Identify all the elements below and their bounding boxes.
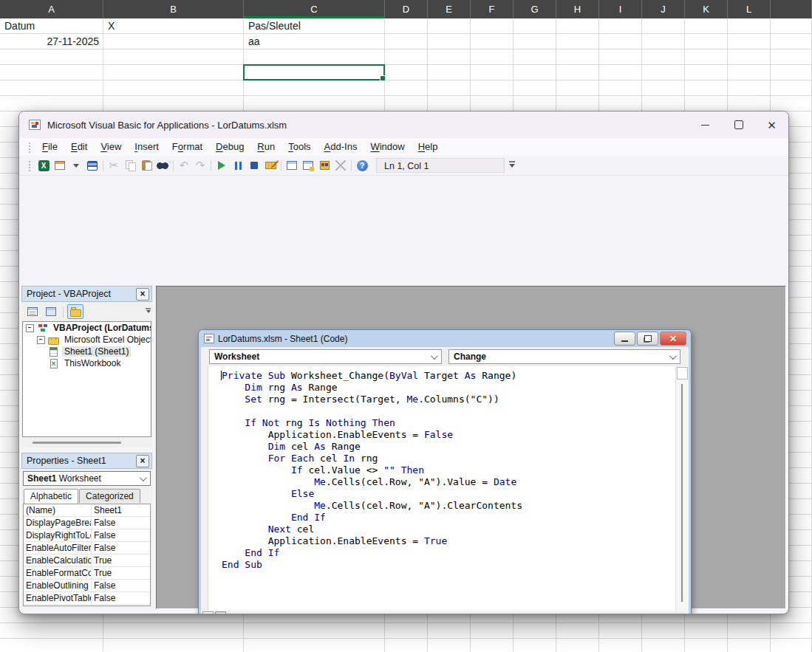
code-line[interactable]: Dim cel As Range	[222, 441, 675, 453]
view-form-icon[interactable]	[52, 158, 68, 173]
property-row-enableoutlining[interactable]: EnableOutliningFalse	[24, 580, 150, 592]
object-browser-icon[interactable]	[316, 158, 332, 173]
code-editor[interactable]: Private Sub Worksheet_Change(ByVal Targe…	[208, 366, 675, 611]
cell-C2[interactable]: aa	[245, 34, 384, 49]
code-vertical-scrollbar[interactable]	[675, 366, 689, 611]
code-line[interactable]: Dim rng As Range	[222, 382, 675, 394]
property-name[interactable]: EnablePivotTable	[24, 592, 92, 605]
property-value[interactable]: 0 - xlNoRestricti	[92, 605, 150, 606]
property-value[interactable]: False	[92, 529, 150, 542]
property-name[interactable]: EnableOutlining	[24, 580, 92, 592]
property-value[interactable]: Sheet1	[92, 504, 150, 517]
property-name[interactable]: EnableAutoFilter	[24, 542, 92, 555]
help-icon[interactable]	[354, 158, 370, 173]
column-header-D[interactable]: D	[385, 0, 428, 18]
property-row-enableautofilter[interactable]: EnableAutoFilterFalse	[24, 542, 150, 555]
menu-insert[interactable]: Insert	[128, 139, 166, 155]
property-value[interactable]: False	[92, 592, 150, 605]
break-icon[interactable]	[230, 158, 246, 173]
code-line[interactable]: Else	[222, 488, 675, 500]
code-restore-button[interactable]	[637, 332, 658, 346]
code-line[interactable]: If cel.Value <> "" Then	[222, 464, 675, 476]
column-header-C[interactable]: C	[244, 0, 385, 18]
menu-help[interactable]: Help	[412, 139, 445, 155]
scrollbar-button[interactable]	[677, 367, 688, 380]
tree-item-sheet1-sheet1[interactable]: Sheet1 (Sheet1)	[23, 346, 151, 357]
code-line[interactable]: For Each cel In rng	[222, 453, 675, 464]
tab-categorized[interactable]: Categorized	[79, 489, 140, 503]
tree-item-microsoft-excel-objects[interactable]: Microsoft Excel Objects	[23, 334, 151, 346]
find-icon[interactable]	[154, 158, 171, 173]
collapse-expander-icon[interactable]	[26, 324, 34, 332]
scrollbar-thumb[interactable]	[33, 442, 121, 444]
property-name[interactable]: EnableFormatCon	[24, 567, 92, 580]
cell-A1[interactable]: Datum	[1, 18, 103, 34]
project-explorer-icon[interactable]	[284, 158, 300, 173]
property-row-displaypagebreak[interactable]: DisplayPageBreakFalse	[24, 517, 150, 529]
column-header-G[interactable]: G	[514, 0, 556, 18]
code-line[interactable]: End Sub	[222, 559, 675, 571]
property-value[interactable]: True	[92, 555, 150, 567]
column-header-F[interactable]: F	[471, 0, 514, 18]
code-line[interactable]: Me.Cells(cel.Row, "A").Value = Date	[222, 476, 675, 488]
property-value[interactable]: False	[92, 542, 150, 555]
procedure-dropdown[interactable]: Change	[448, 349, 680, 364]
view-form-dropdown-icon[interactable]	[68, 158, 84, 173]
property-name[interactable]: DisplayPageBreak	[24, 517, 92, 529]
object-dropdown[interactable]: Worksheet	[209, 349, 442, 364]
tree-item-thisworkbook[interactable]: ThisWorkbook	[23, 357, 151, 369]
menu-run[interactable]: Run	[250, 139, 282, 155]
cell-B1[interactable]: X	[104, 18, 243, 34]
toolbar-grip[interactable]	[28, 160, 31, 171]
toggle-folders-icon[interactable]	[67, 304, 83, 319]
properties-window-icon[interactable]	[300, 158, 316, 173]
view-object-icon[interactable]	[43, 304, 59, 319]
column-header-B[interactable]: B	[103, 0, 244, 18]
code-line[interactable]: End If	[222, 547, 675, 559]
column-header-L[interactable]: L	[728, 0, 771, 18]
menu-tools[interactable]: Tools	[282, 139, 317, 155]
code-window-titlebar[interactable]: LorDatums.xlsm - Sheet1 (Code) ✕	[201, 330, 689, 347]
code-line[interactable]: End If	[222, 512, 675, 524]
menubar-grip[interactable]	[28, 142, 31, 153]
column-header-J[interactable]: J	[642, 0, 685, 18]
view-code-icon[interactable]	[24, 304, 41, 319]
menu-edit[interactable]: Edit	[64, 139, 94, 155]
code-margin-bar[interactable]	[201, 366, 208, 611]
cell-C1[interactable]: Pas/Sleutel	[245, 18, 384, 34]
property-value[interactable]: True	[92, 567, 150, 580]
collapse-expander-icon[interactable]	[37, 336, 45, 344]
project-panel-close-button[interactable]: ×	[136, 288, 149, 301]
menu-file[interactable]: File	[35, 139, 64, 155]
column-header-A[interactable]: A	[0, 0, 103, 18]
code-line[interactable]	[222, 405, 675, 417]
toolbox-icon[interactable]	[332, 158, 349, 173]
cell-A2[interactable]: 27-11-2025	[1, 34, 103, 49]
property-value[interactable]: False	[92, 517, 150, 529]
menu-format[interactable]: Format	[166, 139, 209, 155]
close-button[interactable]: ✕	[755, 111, 788, 138]
design-icon[interactable]	[262, 158, 279, 173]
toolbar-overflow-button[interactable]	[507, 158, 517, 173]
property-row-enableformatcon[interactable]: EnableFormatConTrue	[24, 567, 150, 580]
code-close-button[interactable]: ✕	[660, 332, 686, 346]
paste-icon[interactable]	[138, 158, 154, 173]
run-icon[interactable]	[214, 158, 230, 173]
project-panel-header[interactable]: Project - VBAProject ×	[21, 286, 152, 302]
column-header-I[interactable]: I	[599, 0, 642, 18]
tab-alphabetic[interactable]: Alphabetic	[24, 489, 78, 504]
object-selector-dropdown[interactable]: Sheet1 Worksheet	[23, 471, 151, 486]
column-header-H[interactable]: H	[556, 0, 599, 18]
procedure-view-button[interactable]	[202, 611, 214, 615]
undo-icon[interactable]	[176, 158, 192, 173]
tree-item-vbaproject-lordatums[interactable]: VBAProject (LorDatums	[23, 322, 151, 334]
properties-panel-header[interactable]: Properties - Sheet1 ×	[21, 453, 152, 469]
menu-window[interactable]: Window	[364, 139, 411, 155]
property-row-displayrighttolef[interactable]: DisplayRightToLefFalse	[24, 529, 150, 542]
property-name[interactable]: DisplayRightToLef	[24, 529, 92, 542]
property-name[interactable]: (Name)	[24, 504, 92, 517]
code-line[interactable]: Me.Cells(cel.Row, "A").ClearContents	[222, 500, 675, 512]
resize-grip[interactable]	[679, 614, 687, 614]
save-icon[interactable]	[84, 158, 100, 173]
column-header-K[interactable]: K	[685, 0, 728, 18]
